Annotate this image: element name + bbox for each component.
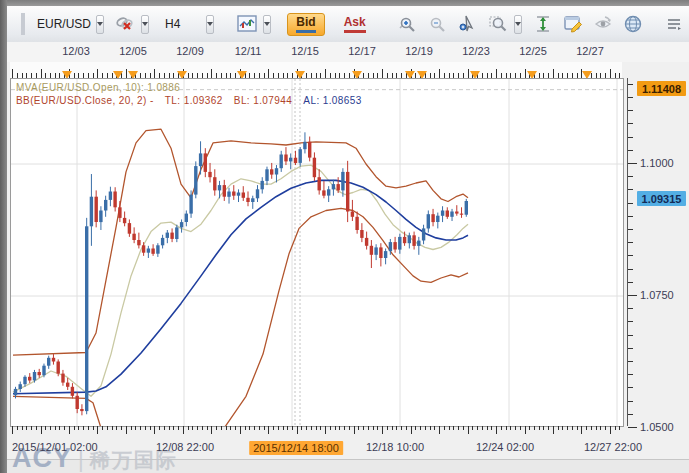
price-tick <box>628 110 633 111</box>
timeframe-dropdown[interactable] <box>206 15 214 34</box>
candle-body <box>128 223 131 234</box>
top-date-label: 12/17 <box>348 45 376 57</box>
chart-type-icon[interactable] <box>237 13 257 35</box>
time-tick <box>415 426 416 430</box>
bottom-date-label: 12/18 10:00 <box>366 441 424 453</box>
price-axis-label: 1.0500 <box>640 421 674 433</box>
candle-body <box>90 197 93 227</box>
window-frame-left <box>0 0 7 473</box>
time-tick <box>487 426 488 430</box>
bid-button[interactable]: Bid <box>287 13 324 36</box>
top-date-label: 12/05 <box>119 45 147 57</box>
time-tick <box>449 426 450 430</box>
candle-body <box>218 185 221 190</box>
candle-body <box>118 207 121 218</box>
candle-body <box>398 237 401 250</box>
time-tick <box>36 426 37 430</box>
unlink-icon[interactable] <box>115 13 135 35</box>
candle-body <box>308 142 311 158</box>
top-date-label: 12/25 <box>519 45 547 57</box>
price-tick <box>628 282 633 283</box>
price-tick <box>628 387 633 388</box>
time-tick <box>558 426 559 430</box>
time-tick <box>325 426 326 434</box>
time-tick <box>377 426 378 430</box>
candle-body <box>213 177 216 190</box>
box-zoom-dropdown[interactable] <box>514 15 522 34</box>
time-tick <box>107 426 108 430</box>
candle-body <box>42 366 45 376</box>
candle-body <box>161 238 164 245</box>
time-tick <box>116 426 117 430</box>
candle-body <box>465 201 468 215</box>
fit-vertical-icon[interactable] <box>533 13 553 35</box>
time-tick <box>387 426 388 430</box>
candle-body <box>113 192 116 208</box>
bid-button-label: Bid <box>296 15 315 29</box>
unlink-dropdown[interactable] <box>141 15 149 34</box>
candle-body <box>33 372 36 380</box>
candle-body <box>76 396 79 409</box>
pointer-zoom-icon[interactable] <box>458 13 478 35</box>
candle-body <box>223 185 226 197</box>
time-tick <box>439 426 440 434</box>
top-time-ruler[interactable] <box>10 62 622 79</box>
candle-body <box>137 240 140 245</box>
candle-body <box>189 195 192 214</box>
time-tick <box>401 426 402 430</box>
candle-body <box>403 237 406 243</box>
time-tick <box>97 69 98 78</box>
time-tick <box>520 426 521 430</box>
time-tick <box>126 69 127 78</box>
candle-body <box>351 212 354 217</box>
time-tick <box>553 69 554 78</box>
candle-body <box>322 190 325 195</box>
time-tick <box>349 426 350 430</box>
ask-button[interactable]: Ask <box>335 12 375 37</box>
bottom-date-label: 12/27 22:00 <box>584 441 642 453</box>
bottom-time-ruler[interactable] <box>10 426 622 438</box>
overflow-menu-icon[interactable] <box>665 13 683 35</box>
zoom-in-icon[interactable] <box>398 13 418 35</box>
candle-body <box>23 377 26 384</box>
chevron-down-icon <box>264 22 270 26</box>
price-tick <box>628 123 633 124</box>
candle-body <box>142 245 145 252</box>
time-tick <box>501 426 502 430</box>
time-tick <box>207 426 208 430</box>
note-icon[interactable] <box>563 13 583 35</box>
bb-al-value: AL: 1.08653 <box>303 95 361 106</box>
candle-body <box>227 192 230 197</box>
candle-body <box>374 247 377 254</box>
chart-type-dropdown[interactable] <box>263 15 271 34</box>
top-date-label: 12/15 <box>291 45 319 57</box>
top-date-label: 12/11 <box>235 45 262 57</box>
globe-icon[interactable] <box>623 13 643 35</box>
time-tick <box>297 426 298 434</box>
price-tick <box>628 361 633 362</box>
candle-body <box>246 198 249 202</box>
candle-body <box>346 172 349 212</box>
time-tick <box>12 69 13 78</box>
toolbar-grip[interactable] <box>21 13 25 35</box>
zoom-out-icon[interactable] <box>428 13 448 35</box>
candle-body <box>355 217 358 230</box>
time-tick <box>93 426 94 430</box>
candle-body <box>303 142 306 149</box>
candle-body <box>232 192 235 196</box>
time-tick <box>226 426 227 430</box>
time-tick <box>444 426 445 430</box>
box-zoom-icon[interactable] <box>488 13 508 35</box>
candle-body <box>289 158 292 162</box>
candle-body <box>194 166 197 195</box>
time-tick <box>316 426 317 430</box>
time-tick <box>221 426 222 430</box>
view-refresh-icon[interactable] <box>593 13 613 35</box>
time-tick <box>610 69 611 78</box>
candle-body <box>14 389 17 395</box>
chart-plot-area[interactable] <box>10 78 624 427</box>
time-tick <box>254 426 255 430</box>
symbol-dropdown[interactable] <box>96 15 104 34</box>
time-tick <box>382 426 383 434</box>
time-tick <box>430 426 431 430</box>
